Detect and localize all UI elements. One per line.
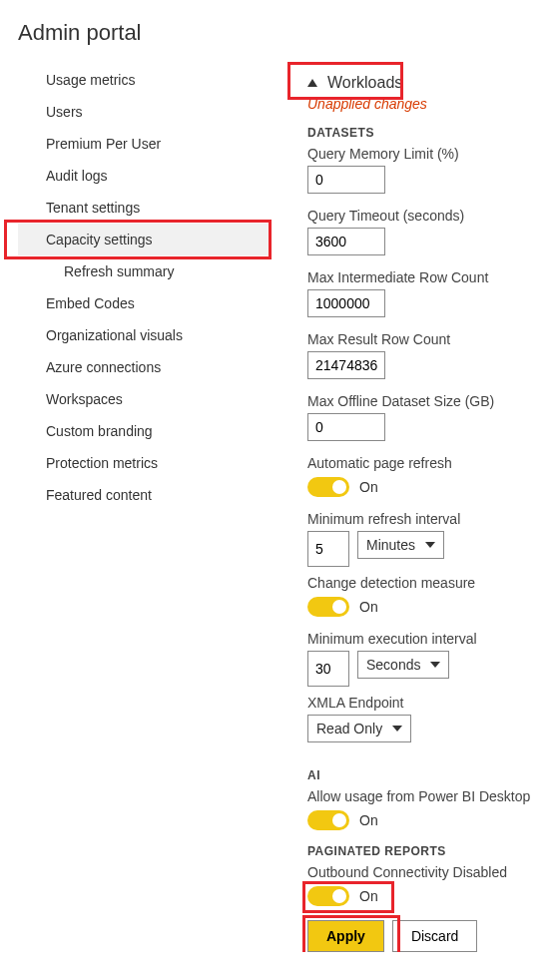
sidebar-item-tenant-settings[interactable]: Tenant settings — [18, 192, 272, 224]
unapplied-changes-text: Unapplied changes — [307, 96, 556, 112]
sidebar-item-featured-content[interactable]: Featured content — [18, 479, 272, 511]
max-intermediate-input[interactable] — [307, 289, 385, 317]
xmla-label: XMLA Endpoint — [307, 695, 556, 711]
min-exec-label: Minimum execution interval — [307, 631, 556, 647]
change-detection-label: Change detection measure — [307, 575, 556, 591]
auto-refresh-toggle[interactable] — [307, 477, 349, 497]
page-title: Admin portal — [0, 0, 556, 64]
workloads-header[interactable]: Workloads — [307, 74, 556, 92]
outbound-toggle[interactable] — [307, 886, 349, 906]
discard-button[interactable]: Discard — [392, 920, 477, 952]
sidebar-item-capacity-settings[interactable]: Capacity settings — [18, 224, 272, 255]
query-timeout-label: Query Timeout (seconds) — [307, 208, 556, 224]
change-detection-state: On — [359, 599, 378, 615]
apply-button[interactable]: Apply — [307, 920, 384, 952]
auto-refresh-label: Automatic page refresh — [307, 455, 556, 471]
query-memory-limit-label: Query Memory Limit (%) — [307, 146, 556, 162]
sidebar-item-refresh-summary[interactable]: Refresh summary — [18, 255, 272, 287]
query-memory-limit-input[interactable] — [307, 166, 385, 194]
sidebar-item-azure-connections[interactable]: Azure connections — [18, 351, 272, 383]
max-intermediate-label: Max Intermediate Row Count — [307, 269, 556, 285]
min-refresh-unit-select[interactable]: Minutes — [357, 531, 444, 559]
paginated-group-header: PAGINATED REPORTS — [307, 844, 556, 858]
datasets-group-header: DATASETS — [307, 126, 556, 140]
select-value: Read Only — [316, 721, 382, 736]
sidebar-item-protection-metrics[interactable]: Protection metrics — [18, 447, 272, 479]
change-detection-toggle[interactable] — [307, 597, 349, 617]
max-result-input[interactable] — [307, 351, 385, 379]
min-refresh-input[interactable] — [307, 531, 349, 567]
max-offline-input[interactable] — [307, 413, 385, 441]
sidebar: Usage metrics Users Premium Per User Aud… — [0, 64, 272, 511]
min-refresh-label: Minimum refresh interval — [307, 511, 556, 527]
expand-icon — [307, 79, 317, 87]
ai-allow-desktop-toggle[interactable] — [307, 810, 349, 830]
max-offline-label: Max Offline Dataset Size (GB) — [307, 393, 556, 409]
auto-refresh-state: On — [359, 479, 378, 495]
max-result-label: Max Result Row Count — [307, 331, 556, 347]
sidebar-item-users[interactable]: Users — [18, 96, 272, 128]
chevron-down-icon — [430, 662, 440, 668]
min-exec-input[interactable] — [307, 651, 349, 687]
sidebar-item-embed-codes[interactable]: Embed Codes — [18, 287, 272, 319]
outbound-label: Outbound Connectivity Disabled — [307, 864, 556, 880]
sidebar-item-usage-metrics[interactable]: Usage metrics — [18, 64, 272, 96]
select-value: Seconds — [366, 657, 420, 673]
sidebar-item-label: Capacity settings — [46, 232, 153, 247]
select-value: Minutes — [366, 537, 415, 553]
chevron-down-icon — [392, 726, 402, 732]
xmla-select[interactable]: Read Only — [307, 715, 411, 742]
sidebar-item-audit-logs[interactable]: Audit logs — [18, 160, 272, 192]
section-title: Workloads — [327, 74, 402, 92]
sidebar-item-premium-per-user[interactable]: Premium Per User — [18, 128, 272, 160]
chevron-down-icon — [425, 542, 435, 548]
ai-allow-desktop-state: On — [359, 812, 378, 828]
ai-allow-desktop-label: Allow usage from Power BI Desktop — [307, 788, 556, 804]
ai-group-header: AI — [307, 768, 556, 782]
main-panel: Workloads Unapplied changes DATASETS Que… — [272, 64, 556, 952]
outbound-state: On — [359, 888, 378, 904]
query-timeout-input[interactable] — [307, 228, 385, 255]
sidebar-item-custom-branding[interactable]: Custom branding — [18, 415, 272, 447]
min-exec-unit-select[interactable]: Seconds — [357, 651, 449, 679]
sidebar-item-organizational-visuals[interactable]: Organizational visuals — [18, 319, 272, 351]
sidebar-item-workspaces[interactable]: Workspaces — [18, 383, 272, 415]
